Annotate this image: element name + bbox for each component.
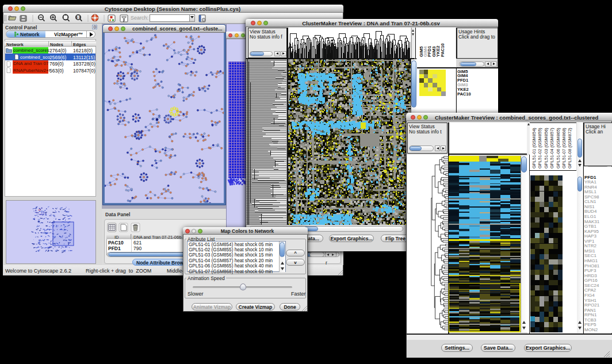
svg-text:1:1: 1:1 [76, 16, 81, 19]
